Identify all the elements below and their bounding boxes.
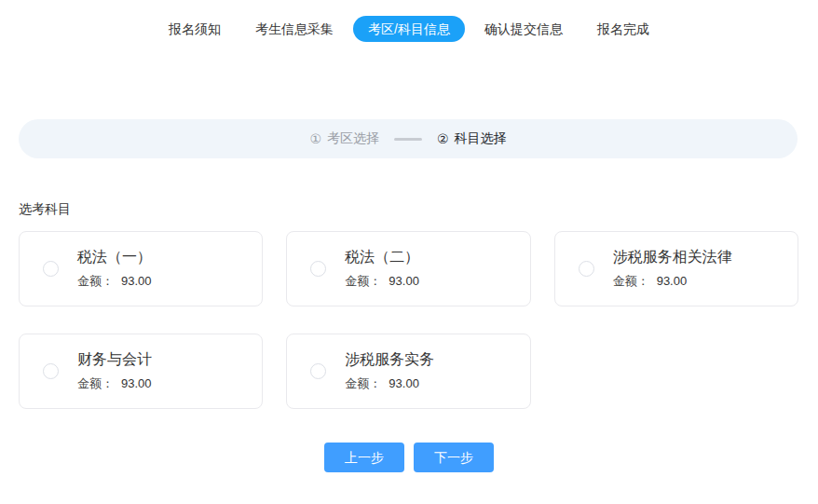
subject-name: 涉税服务相关法律 (613, 248, 732, 266)
radio-button-icon[interactable] (43, 363, 59, 379)
step-progress-bar: ① 考区选择 ② 科目选择 (19, 119, 798, 158)
step-1-number: ① (309, 131, 321, 146)
radio-button-icon[interactable] (310, 261, 326, 277)
subject-name: 税法（一） (77, 248, 152, 266)
amount-label: 金额： (77, 273, 114, 290)
amount-label: 金额： (77, 375, 114, 392)
amount-label: 金额： (613, 273, 649, 290)
step-region-select: ① 考区选择 (309, 130, 379, 147)
subject-amount-row: 金额： 93.00 (613, 273, 732, 290)
section-title-choose-subjects: 选考科目 (19, 199, 818, 218)
subject-card-finance-accounting[interactable]: 财务与会计 金额： 93.00 (19, 334, 263, 409)
amount-label: 金额： (345, 273, 381, 290)
step-connector-line (394, 138, 422, 141)
amount-label: 金额： (345, 375, 381, 392)
subject-card-text: 财务与会计 金额： 93.00 (77, 350, 152, 392)
subject-card-tax-related-law[interactable]: 涉税服务相关法律 金额： 93.00 (554, 231, 798, 306)
amount-value: 93.00 (121, 376, 152, 390)
step-2-number: ② (437, 131, 449, 146)
subject-card-text: 税法（二） 金额： 93.00 (345, 248, 419, 290)
subject-cards-grid: 税法（一） 金额： 93.00 税法（二） 金额： 93.00 涉税服务相关法律… (19, 231, 798, 409)
amount-value: 93.00 (657, 274, 688, 288)
subject-amount-row: 金额： 93.00 (77, 375, 152, 392)
subject-card-text: 税法（一） 金额： 93.00 (77, 248, 152, 290)
tab-region-subject-info[interactable]: 考区/科目信息 (353, 16, 465, 42)
step-1-label: 考区选择 (327, 130, 379, 147)
step-2-label: 科目选择 (455, 130, 507, 147)
tab-registration-notice[interactable]: 报名须知 (154, 16, 236, 42)
tab-candidate-info[interactable]: 考生信息采集 (240, 16, 348, 42)
next-step-button[interactable]: 下一步 (414, 443, 494, 472)
subject-name: 财务与会计 (77, 350, 152, 369)
amount-value: 93.00 (121, 274, 152, 288)
amount-value: 93.00 (389, 376, 419, 390)
subject-name: 涉税服务实务 (345, 350, 434, 369)
wizard-actions: 上一步 下一步 (0, 443, 818, 472)
subject-name: 税法（二） (345, 248, 419, 266)
subject-amount-row: 金额： 93.00 (345, 375, 434, 392)
subject-amount-row: 金额： 93.00 (77, 273, 152, 290)
tab-confirm-submit[interactable]: 确认提交信息 (470, 16, 578, 42)
radio-button-icon[interactable] (310, 363, 326, 379)
wizard-tabs: 报名须知 考生信息采集 考区/科目信息 确认提交信息 报名完成 (0, 0, 818, 42)
amount-value: 93.00 (389, 274, 419, 288)
subject-card-text: 涉税服务实务 金额： 93.00 (345, 350, 434, 392)
tab-registration-complete[interactable]: 报名完成 (582, 16, 664, 42)
subject-card-tax-service-practice[interactable]: 涉税服务实务 金额： 93.00 (286, 334, 530, 409)
subject-amount-row: 金额： 93.00 (345, 273, 419, 290)
previous-step-button[interactable]: 上一步 (324, 443, 404, 472)
radio-button-icon[interactable] (43, 261, 59, 277)
step-subject-select: ② 科目选择 (437, 130, 507, 147)
radio-button-icon[interactable] (579, 261, 594, 277)
subject-card-tax-law-2[interactable]: 税法（二） 金额： 93.00 (286, 231, 530, 306)
subject-card-text: 涉税服务相关法律 金额： 93.00 (613, 248, 732, 290)
subject-card-tax-law-1[interactable]: 税法（一） 金额： 93.00 (19, 231, 263, 306)
